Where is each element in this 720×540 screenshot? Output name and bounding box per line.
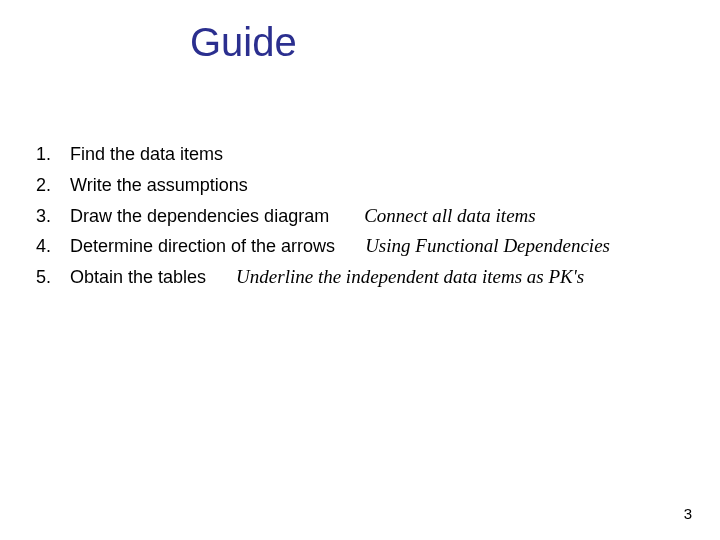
list-item: 4. Determine direction of the arrows Usi… (36, 234, 680, 258)
list-item: 5. Obtain the tables Underline the indep… (36, 265, 680, 289)
list-item: 2. Write the assumptions (36, 173, 680, 197)
item-number: 3. (36, 205, 70, 228)
item-number: 2. (36, 174, 70, 197)
item-body: Draw the dependencies diagram Connect al… (70, 204, 536, 228)
item-number: 5. (36, 266, 70, 289)
item-number: 4. (36, 235, 70, 258)
item-body: Obtain the tables Underline the independ… (70, 265, 584, 289)
item-text: Find the data items (70, 144, 223, 164)
item-text: Determine direction of the arrows (70, 236, 365, 256)
item-note: Connect all data items (364, 205, 536, 226)
list-item: 1. Find the data items (36, 142, 680, 166)
item-body: Determine direction of the arrows Using … (70, 234, 610, 258)
item-body: Write the assumptions (70, 173, 248, 197)
item-note: Underline the independent data items as … (236, 266, 584, 287)
item-number: 1. (36, 143, 70, 166)
item-note: Using Functional Dependencies (365, 235, 610, 256)
guide-list: 1. Find the data items 2. Write the assu… (36, 142, 680, 296)
list-item: 3. Draw the dependencies diagram Connect… (36, 204, 680, 228)
item-text: Draw the dependencies diagram (70, 206, 364, 226)
slide-title: Guide (190, 20, 297, 65)
item-text: Obtain the tables (70, 267, 236, 287)
item-body: Find the data items (70, 142, 223, 166)
item-text: Write the assumptions (70, 175, 248, 195)
page-number: 3 (684, 505, 692, 522)
